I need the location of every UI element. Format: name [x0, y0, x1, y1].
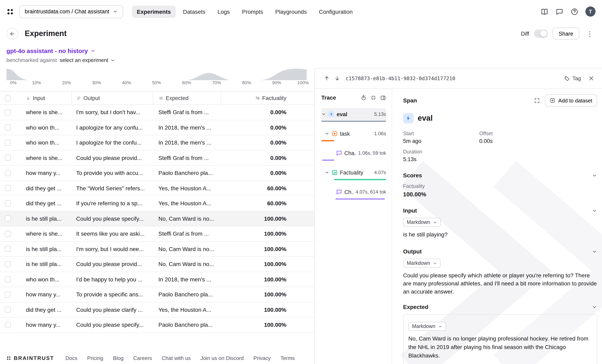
row-checkbox[interactable]	[5, 276, 11, 282]
span-row-factuality[interactable]: Factuality 4.07s	[321, 166, 386, 180]
row-checkbox[interactable]	[5, 140, 11, 146]
chevron-down-icon	[90, 48, 96, 53]
row-checkbox[interactable]	[5, 307, 11, 313]
table-row[interactable]: who won th... I'd be happy to help you .…	[0, 272, 315, 287]
row-checkbox[interactable]	[5, 231, 11, 237]
docs-book-icon[interactable]	[540, 8, 548, 16]
row-checkbox[interactable]	[5, 170, 11, 176]
previous-row-button[interactable]	[321, 73, 332, 83]
footer-link-privacy[interactable]: Privacy	[253, 355, 271, 361]
column-header-factuality[interactable]: % Factuality	[221, 92, 307, 104]
span-row-eval[interactable]: eval 5.13s	[321, 108, 386, 122]
tab-playgrounds[interactable]: Playgrounds	[270, 5, 312, 18]
output-format-select[interactable]: Markdown	[403, 259, 441, 268]
span-duration-bar	[321, 140, 334, 141]
expected-format-select[interactable]: Markdown	[408, 322, 446, 331]
experiment-name-dropdown[interactable]: gpt-4o assistant - no history	[7, 47, 96, 54]
collapse-icon[interactable]	[370, 94, 376, 101]
row-checkbox[interactable]	[5, 261, 11, 267]
table-row-selected[interactable]: is he still pla... Could you please spec…	[0, 211, 315, 226]
column-header-input[interactable]: Input	[21, 95, 71, 101]
table-row[interactable]: who won th... I apologize for the confu.…	[0, 135, 315, 150]
cell-output: If you're referring to a sp...	[71, 200, 153, 207]
share-button[interactable]: Share	[553, 28, 579, 40]
table-row[interactable]: did they get ... The "World Series" refe…	[0, 181, 315, 196]
tab-datasets[interactable]: Datasets	[178, 5, 210, 18]
row-checkbox[interactable]	[5, 246, 11, 252]
row-checkbox[interactable]	[5, 216, 11, 222]
table-header: Input Output Expected % Factuality	[0, 91, 315, 105]
row-checkbox[interactable]	[5, 322, 11, 328]
span-meta: Start 5m ago Offset 0.00s Duration 5.13s	[403, 131, 597, 162]
table-row[interactable]: how many y... To provide a specific ans.…	[0, 287, 315, 302]
add-to-dataset-button[interactable]: Add to dataset	[545, 94, 597, 106]
chevron-down-icon[interactable]	[592, 173, 597, 178]
cell-output: To provide a specific ans...	[71, 291, 153, 298]
select-all-checkbox[interactable]	[5, 95, 11, 101]
footer-link-docs[interactable]: Docs	[65, 355, 77, 361]
chevron-down-icon[interactable]	[592, 208, 597, 213]
row-checkbox[interactable]	[5, 291, 11, 298]
table-row[interactable]: where is she... It seems like you are as…	[0, 226, 315, 241]
footer-link-pricing[interactable]: Pricing	[87, 355, 103, 361]
row-checkbox[interactable]	[5, 155, 11, 161]
stopwatch-icon[interactable]	[361, 94, 367, 101]
user-avatar[interactable]: T	[585, 7, 595, 17]
input-format-select[interactable]: Markdown	[403, 218, 441, 227]
layout-panel-icon[interactable]	[380, 94, 386, 101]
axis-tick: 20%	[62, 80, 71, 85]
footer-link-blog[interactable]: Blog	[113, 355, 124, 361]
tab-logs[interactable]: Logs	[213, 5, 235, 18]
span-row-task[interactable]: task 1.06s	[321, 127, 386, 141]
row-checkbox[interactable]	[5, 125, 11, 131]
tag-button[interactable]: Tag	[561, 73, 584, 83]
chevron-down-icon[interactable]	[324, 131, 329, 136]
diff-toggle[interactable]	[534, 30, 548, 38]
column-header-expected[interactable]: Expected	[153, 92, 221, 104]
footer-link-chat[interactable]: Chat with us	[162, 355, 191, 361]
cell-output: I'd be happy to help you ...	[71, 276, 153, 283]
help-icon[interactable]	[570, 8, 579, 16]
footer-link-careers[interactable]: Careers	[133, 355, 152, 361]
table-row[interactable]: where is she... I'm sorry, but I don't h…	[0, 105, 315, 120]
row-checkbox[interactable]	[5, 185, 11, 191]
more-options-button[interactable]: ⋮	[584, 28, 595, 39]
chevron-down-icon[interactable]	[324, 170, 329, 175]
table-row[interactable]: did they get ... Could you please clarif…	[0, 302, 315, 317]
back-button[interactable]	[7, 28, 18, 40]
braintrust-logo-icon[interactable]	[7, 8, 14, 15]
percent-icon: %	[256, 95, 260, 100]
row-checkbox[interactable]	[5, 109, 11, 115]
chevron-down-icon[interactable]	[592, 249, 597, 254]
footer-link-discord[interactable]: Join us on Discord	[200, 355, 244, 361]
feedback-chat-icon[interactable]	[555, 8, 563, 16]
tab-prompts[interactable]: Prompts	[237, 5, 268, 18]
tab-configuration[interactable]: Configuration	[314, 5, 357, 18]
span-row-chat-completion[interactable]: Cha... 1.06s, 59 tok	[321, 147, 386, 161]
table-row[interactable]: did they get ... If you're referring to …	[0, 196, 315, 211]
tab-experiments[interactable]: Experiments	[132, 5, 176, 18]
org-project-switcher[interactable]: braintrustdata.com / Chat assistant	[20, 5, 123, 18]
span-row-chat-completion[interactable]: Ch... 4.07s, 614 tok	[321, 186, 386, 200]
expand-icon[interactable]	[534, 97, 540, 104]
table-row[interactable]: how many y... Could you please specify..…	[0, 317, 315, 333]
table-row[interactable]: is he still pla... Could you please prov…	[0, 257, 315, 272]
histogram-shapes	[7, 67, 307, 80]
next-row-button[interactable]	[332, 73, 342, 83]
table-row[interactable]: where is she... Could you please provid.…	[0, 150, 315, 166]
table-row[interactable]: who won th... I apologize for any confu.…	[0, 120, 315, 135]
experiment-subheader: gpt-4o assistant - no history benchmarke…	[0, 44, 602, 63]
chevron-down-icon[interactable]	[321, 112, 326, 117]
close-panel-button[interactable]	[586, 73, 596, 83]
cell-factuality: 100.00%	[221, 276, 307, 283]
toggle-knob	[540, 30, 547, 37]
offset-label: Offset	[479, 131, 597, 136]
footer-link-terms[interactable]: Terms	[280, 355, 295, 361]
table-row[interactable]: is he still pla... I'm sorry, but I woul…	[0, 241, 315, 257]
expected-card: Markdown No, Cam Ward is no longer playi…	[403, 314, 597, 364]
table-row[interactable]: how many y... To provide you with accu..…	[0, 166, 315, 181]
row-checkbox[interactable]	[5, 200, 11, 207]
benchmark-experiment-select[interactable]: select an experiment	[60, 57, 115, 63]
chevron-down-icon[interactable]	[592, 304, 597, 310]
column-header-output[interactable]: Output	[71, 92, 153, 104]
